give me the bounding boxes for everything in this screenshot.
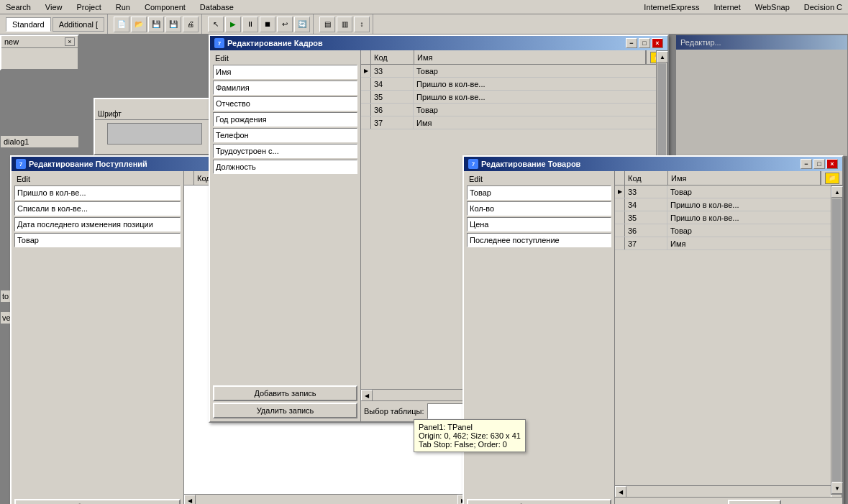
tooltip-line1: Panel1: TPanel (419, 423, 521, 431)
kadry-field-dolzh[interactable]: Должность (213, 160, 357, 174)
cell-kod: 37 (371, 116, 414, 129)
toolbar-run-section: ↖ ▶ ⏸ ⏹ ↩ 🔄 (205, 14, 314, 34)
font-area: Шрифт (94, 98, 216, 155)
right-bar-websnap[interactable]: WebSnap (752, 3, 793, 12)
kadry-add-btn[interactable]: Добавить запись (213, 385, 357, 401)
stop-btn[interactable]: ⏹ (260, 17, 275, 32)
menu-project[interactable]: Project (74, 3, 104, 12)
kadry-grid-header: Код Имя 📁 (361, 50, 667, 65)
scroll-down[interactable]: ▼ (831, 482, 843, 494)
kadry-maximize[interactable]: □ (639, 38, 650, 48)
table-row[interactable]: 37 Имя (615, 237, 842, 250)
scroll-track (626, 486, 831, 497)
cursor-btn[interactable]: ↖ (208, 17, 224, 32)
scroll-thumb (832, 198, 841, 482)
tovarov-hscroll: ◀ ▶ (615, 485, 842, 497)
open-btn[interactable]: 📂 (131, 17, 147, 32)
tovarov-field-4[interactable]: Последнее поступление (467, 233, 611, 247)
table-row[interactable]: 36 Товар (615, 224, 842, 237)
menu-search[interactable]: Search (3, 3, 34, 12)
right-bar-internet[interactable]: Internet (711, 3, 743, 12)
menu-run[interactable]: Run (113, 3, 133, 12)
table-row[interactable]: ▶ 33 Товар (361, 65, 667, 78)
postupleniy-edit-label: Edit (14, 174, 181, 184)
cell-name: Пришло в кол-ве... (414, 91, 667, 103)
kadry-field-god[interactable]: Год рождения (213, 112, 357, 127)
kadry-title: Редактирование Кадров (227, 39, 323, 47)
kadry-edit-panel: Edit Имя Фамилия Отчество Год рождения Т… (210, 50, 361, 421)
kadry-field-familiya[interactable]: Фамилия (213, 81, 357, 95)
table-row[interactable]: 37 Имя (361, 116, 667, 129)
cell-kod: 34 (371, 78, 414, 90)
kadry-field-tel[interactable]: Телефон (213, 128, 357, 142)
menu-database[interactable]: Database (197, 3, 237, 12)
tovarov-content: Edit Товар Кол-во Цена Последнее поступл… (464, 171, 842, 504)
postupleniy-field-1[interactable]: Пришло в кол-ве... (14, 185, 181, 200)
cell-name: Товар (667, 224, 842, 237)
left-panel-close[interactable]: × (65, 37, 75, 46)
cell-kod: 35 (625, 211, 667, 224)
align1-btn[interactable]: ▤ (319, 17, 335, 32)
tovarov-grid-panel: Код Имя 📁 ▶ 33 Товар 34 Пришло (615, 171, 842, 504)
align3-btn[interactable]: ↕ (354, 17, 370, 32)
tab-standard[interactable]: Standard (6, 17, 51, 32)
postupleniy-field-2[interactable]: Списали в кол-ве... (14, 201, 181, 216)
tovarov-col-imya: Имя (668, 171, 821, 185)
table-row[interactable]: ▶ 33 Товар (615, 185, 842, 198)
tovarov-bottom-bar: Выбор таблицы: ▼ Выбрать Базу Данных При… (615, 497, 842, 504)
scroll-left[interactable]: ◀ (615, 486, 626, 498)
right-bar-decision[interactable]: Decision C (801, 3, 845, 12)
new-btn[interactable]: 📄 (114, 17, 129, 32)
tovarov-add-btn[interactable]: Добавить запись (467, 499, 611, 504)
tab-additional[interactable]: Additional [ (53, 17, 104, 32)
step-btn[interactable]: ↩ (277, 17, 293, 32)
kadry-minimize[interactable]: − (626, 38, 637, 48)
cell-kod: 33 (371, 65, 414, 77)
align2-btn[interactable]: ▥ (337, 17, 352, 32)
tovarov-field-3[interactable]: Цена (467, 217, 611, 232)
print-btn[interactable]: 🖨 (183, 17, 199, 32)
menu-component[interactable]: Component (142, 3, 188, 12)
ide-right-title: Редактир... (676, 35, 847, 50)
kadry-field-imya[interactable]: Имя (213, 65, 357, 79)
save-btn[interactable]: 💾 (148, 17, 164, 32)
menu-bar: Search View Project Run Component Databa… (0, 0, 848, 14)
toolbar-buttons: 📄 📂 💾 💾 🖨 (111, 14, 202, 34)
scroll-up[interactable]: ▲ (831, 186, 843, 198)
scroll-up[interactable]: ▲ (657, 51, 668, 63)
table-row[interactable]: 34 Пришло в кол-ве... (361, 78, 667, 91)
kadry-field-trud[interactable]: Трудоустроен с... (213, 144, 357, 158)
table-row[interactable]: 34 Пришло в кол-ве... (615, 198, 842, 211)
postupleniy-edit-panel: Edit Пришло в кол-ве... Списали в кол-ве… (12, 171, 184, 504)
tovarov-grid-rows: ▶ 33 Товар 34 Пришло в кол-ве... 35 Приш… (615, 185, 842, 485)
pause-btn[interactable]: ⏸ (242, 17, 258, 32)
tovarov-maximize[interactable]: □ (813, 159, 825, 169)
kadry-win-icon: 7 (214, 38, 224, 48)
tovarov-db-btn[interactable]: Выбрать Базу Данных (728, 500, 781, 504)
scroll-left[interactable]: ◀ (361, 390, 373, 401)
menu-view[interactable]: View (42, 3, 65, 12)
postupleniy-field-4[interactable]: Товар (14, 233, 181, 247)
kadry-field-otchestvo[interactable]: Отчество (213, 96, 357, 111)
toggle-btn[interactable]: 🔄 (294, 17, 310, 32)
tovarov-close[interactable]: × (826, 159, 838, 169)
tovarov-field-1[interactable]: Товар (467, 185, 611, 200)
kadry-close[interactable]: × (652, 38, 663, 48)
toolbar-layout: ▤ ▥ ↕ (316, 14, 373, 34)
right-bar-internetexpress[interactable]: InternetExpress (641, 3, 702, 12)
tovarov-minimize[interactable]: − (801, 159, 812, 169)
cell-kod: 33 (625, 185, 667, 198)
tovarov-field-2[interactable]: Кол-во (467, 201, 611, 216)
kadry-del-btn[interactable]: Удалить запись (213, 403, 357, 418)
postupleniy-add-btn[interactable]: Добавить запись (14, 499, 181, 504)
table-row[interactable]: 35 Пришло в кол-ве... (615, 211, 842, 224)
table-row[interactable]: 35 Пришло в кол-ве... (361, 91, 667, 104)
font-label: Шрифт (98, 110, 122, 118)
table-row[interactable]: 36 Товар (361, 104, 667, 116)
kadry-col-imya: Имя (414, 50, 646, 64)
saveas-btn[interactable]: 💾 (165, 17, 181, 32)
postupleniy-field-3[interactable]: Дата последнего изменения позиции (14, 217, 181, 232)
scroll-left[interactable]: ◀ (184, 495, 196, 504)
run-btn[interactable]: ▶ (225, 17, 241, 32)
cell-name: Товар (414, 104, 667, 116)
